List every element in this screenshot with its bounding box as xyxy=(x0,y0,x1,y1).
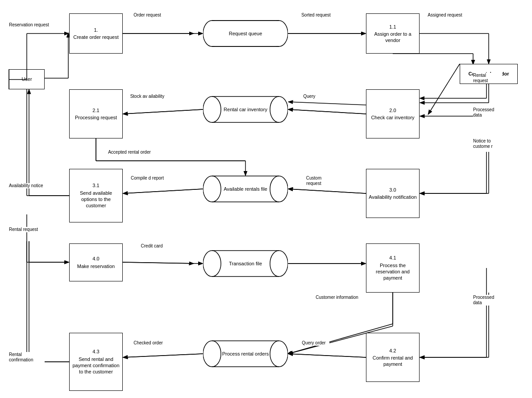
label-reservation-request: Reservation request xyxy=(9,22,49,28)
svg-point-57 xyxy=(203,341,221,367)
box-21: 2.1 Processing request xyxy=(69,89,123,138)
box-31-label: Send available options to the customer xyxy=(71,190,121,209)
box-30: 3.0 Availability notification xyxy=(366,169,420,218)
box-41-num: 4.1 xyxy=(389,255,396,261)
ds-transaction: Transaction file xyxy=(203,250,288,277)
box-41: 4.1 Process the reservation and payment xyxy=(366,243,420,293)
label-credit-card: Credit card xyxy=(136,243,167,249)
ds-rental-orders-label: Process rental orders xyxy=(222,351,269,357)
ds-rental-inventory-label: Rental car inventory xyxy=(224,106,267,113)
svg-point-47 xyxy=(203,176,221,202)
box-43: 4.3 Send rental and payment confirmation… xyxy=(69,333,123,391)
box-1-label: Create order request xyxy=(73,34,119,40)
label-custom-request: Custom request xyxy=(298,176,329,186)
ds-rental-orders: Process rental orders xyxy=(203,340,288,367)
ds-available-rentals: Available rentals file xyxy=(203,176,288,202)
svg-line-30 xyxy=(45,34,68,80)
label-processed-data-top: Processed data xyxy=(473,107,502,118)
svg-line-96 xyxy=(288,102,366,105)
svg-line-4 xyxy=(428,64,460,114)
user-label: User xyxy=(21,76,32,82)
box-43-label: Send rental and payment confirmation to … xyxy=(71,356,121,375)
box-11-label: Assign order to a vendor xyxy=(368,31,417,44)
box-40: 4.0 Make reservation xyxy=(69,243,123,281)
box-20-num: 2.0 xyxy=(389,107,396,113)
label-availability-notice: Availability notice xyxy=(9,183,45,189)
ds-request-queue-label: Request queue xyxy=(229,30,262,37)
label-stock-availability: Stock av ailability xyxy=(129,94,165,99)
box-11-num: 1.1 xyxy=(389,24,396,30)
label-order-request: Order request xyxy=(129,13,165,18)
label-compiled-report: Compile d report xyxy=(129,176,165,181)
svg-point-52 xyxy=(203,251,221,277)
label-rental-request-mid: Rental request xyxy=(9,227,40,232)
box-40-label: Make reservation xyxy=(77,263,115,269)
svg-line-78 xyxy=(288,189,366,193)
svg-point-53 xyxy=(270,251,288,277)
diagram: User 1. Create order request 1.1 Assign … xyxy=(0,0,532,398)
svg-point-48 xyxy=(270,176,288,202)
box-1: 1. Create order request xyxy=(69,13,123,54)
label-assigned-request: Assigned request xyxy=(425,13,465,18)
box-31: 3.1 Send available options to the custom… xyxy=(69,169,123,222)
svg-line-90 xyxy=(288,354,366,357)
box-40-num: 4.0 xyxy=(92,256,99,262)
box-11: 1.1 Assign order to a vendor xyxy=(366,13,420,54)
label-rental-request-top: Rental request xyxy=(473,73,502,84)
box-20: 2.0 Check car inventory xyxy=(366,89,420,138)
box-21-label: Processing request xyxy=(75,114,117,121)
svg-line-11 xyxy=(289,189,366,193)
svg-line-24 xyxy=(124,354,203,357)
ds-request-queue: Request queue xyxy=(203,20,288,47)
box-42: 4.2 Confirm rental and payment xyxy=(366,333,420,382)
box-43-num: 4.3 xyxy=(92,348,99,355)
box-41-label: Process the reservation and payment xyxy=(368,262,417,281)
ds-available-rentals-label: Available rentals file xyxy=(224,186,267,192)
svg-line-73 xyxy=(288,109,366,114)
svg-line-12 xyxy=(124,189,203,193)
label-notice-to-customer: Notice to custome r xyxy=(473,138,502,149)
svg-point-42 xyxy=(203,96,221,122)
box-31-num: 3.1 xyxy=(92,182,99,189)
svg-line-8 xyxy=(124,109,203,114)
svg-line-91 xyxy=(123,354,203,357)
box-30-num: 3.0 xyxy=(389,187,396,193)
ds-transaction-label: Transaction file xyxy=(229,260,262,267)
label-accepted-rental: Accepted rental order xyxy=(107,150,152,155)
box-21-num: 2.1 xyxy=(92,107,99,113)
svg-point-43 xyxy=(270,96,288,122)
svg-line-23 xyxy=(289,354,366,357)
label-sorted-request: Sorted request xyxy=(298,13,334,18)
svg-line-17 xyxy=(123,262,202,264)
label-customer-info: Customer information xyxy=(312,295,362,300)
box-42-num: 4.2 xyxy=(389,348,396,354)
label-checked-order: Checked order xyxy=(130,340,166,346)
svg-line-86 xyxy=(123,262,194,264)
svg-line-79 xyxy=(123,189,203,193)
svg-point-58 xyxy=(270,341,288,367)
label-rental-confirmation: Rental confirmation xyxy=(9,352,45,363)
label-query-order: Query order xyxy=(298,340,329,346)
box-42-label: Confirm rental and payment xyxy=(368,355,417,368)
label-query-inventory: Query xyxy=(298,94,320,99)
box-1-num: 1. xyxy=(94,27,98,33)
box-30-label: Availability notification xyxy=(369,194,416,200)
user-box: User xyxy=(9,69,45,89)
svg-line-74 xyxy=(123,109,203,114)
label-processed-data-bottom: Processed data xyxy=(473,295,502,306)
ds-rental-inventory: Rental car inventory xyxy=(203,96,288,123)
svg-line-7 xyxy=(289,109,366,114)
box-20-label: Check car inventory xyxy=(371,114,414,121)
